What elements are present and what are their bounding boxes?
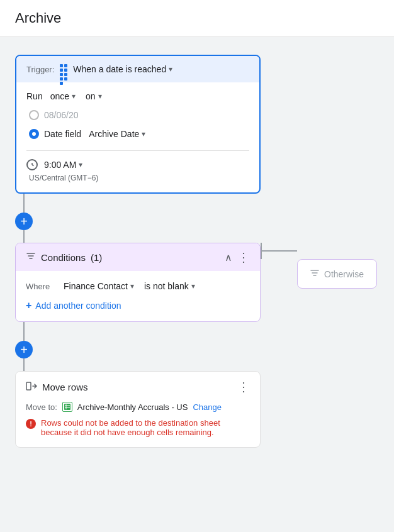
archive-date-arrow: ▾ — [142, 130, 145, 138]
otherwise-label: Otherwise — [324, 269, 364, 279]
otherwise-card: Otherwise — [297, 259, 377, 289]
sheet-icon — [62, 402, 72, 412]
move-to-label: Move to: — [26, 402, 57, 412]
error-row: ! Rows could not be added to the destina… — [26, 418, 250, 437]
sheet-name: Archive-Monthly Accruals - US — [77, 402, 188, 412]
trigger-card: Trigger: When a date is reached ▾ Run on… — [15, 55, 261, 194]
trigger-header: Trigger: When a date is reached ▾ — [16, 56, 259, 82]
move-rows-header: Move rows ⋮ — [16, 372, 260, 402]
branch-wrapper: Conditions (1) ∧ ⋮ Where Finance Conta — [15, 243, 377, 448]
add-step-button-1[interactable]: + — [15, 213, 33, 230]
operator-dropdown[interactable]: is not blank ▾ — [142, 280, 198, 292]
date-field-row: Date field Archive Date ▾ — [26, 128, 249, 140]
h-line — [262, 250, 297, 252]
field-dropdown[interactable]: Finance Contact ▾ — [61, 280, 137, 292]
connector-line-3 — [23, 322, 25, 341]
move-to-row: Move to: Archive-Monthly Accruals - US — [26, 402, 250, 412]
chevron-up-icon[interactable]: ∧ — [225, 252, 232, 263]
otherwise-branch: Otherwise — [261, 243, 377, 289]
on-arrow: ▾ — [98, 92, 102, 101]
svg-rect-2 — [26, 382, 31, 390]
error-text: Rows could not be added to the destinati… — [41, 418, 250, 437]
move-icon — [26, 382, 37, 392]
time-arrow: ▾ — [79, 160, 82, 169]
more-options-icon[interactable]: ⋮ — [237, 251, 250, 263]
error-icon: ! — [26, 419, 36, 429]
date-placeholder[interactable]: 08/06/20 — [44, 110, 79, 120]
svg-rect-3 — [64, 404, 70, 410]
filter-icon — [26, 251, 36, 263]
page-title: Archive — [15, 10, 379, 26]
connector-line-4 — [23, 358, 25, 371]
operator-dropdown-arrow: ▾ — [191, 282, 195, 291]
where-label: Where — [26, 282, 56, 291]
move-rows-label: Move rows — [42, 382, 88, 392]
connector-line-1 — [23, 194, 25, 213]
trigger-dropdown-arrow[interactable]: ▾ — [169, 65, 172, 74]
trigger-when-label: When a date is reached — [73, 64, 166, 74]
change-link[interactable]: Change — [193, 402, 222, 412]
move-rows-more-icon[interactable]: ⋮ — [237, 380, 250, 393]
timezone-text: US/Central (GMT−6) — [26, 174, 249, 182]
time-dropdown[interactable]: 9:00 AM ▾ — [42, 158, 85, 171]
add-condition-button[interactable]: + Add another condition — [26, 300, 121, 311]
conditions-count: (1) — [91, 252, 102, 263]
once-dropdown[interactable]: once ▾ — [48, 90, 78, 103]
conditions-header-actions: ∧ ⋮ — [225, 251, 250, 263]
move-rows-body: Move to: Archive-Monthly Accruals - US — [16, 402, 260, 447]
conditions-label: Conditions — [41, 252, 86, 263]
connector-line-2 — [23, 230, 25, 243]
trigger-label: Trigger: — [26, 65, 54, 74]
page-header: Archive — [0, 0, 394, 37]
trigger-body: Run once ▾ on ▾ 08/06/20 Dat — [16, 82, 259, 192]
trigger-value: When a date is reached ▾ — [59, 64, 172, 75]
conditions-card: Conditions (1) ∧ ⋮ Where Finance Conta — [15, 243, 261, 322]
h-connector — [261, 243, 297, 259]
field-dropdown-arrow: ▾ — [130, 282, 134, 291]
where-row: Where Finance Contact ▾ is not blank ▾ — [26, 280, 250, 292]
date-row: 08/06/20 — [26, 110, 249, 120]
conditions-title: Conditions (1) — [26, 251, 102, 263]
date-field-text: Date field — [44, 129, 81, 139]
archive-date-dropdown[interactable]: Archive Date ▾ — [86, 128, 148, 140]
conditions-header: Conditions (1) ∧ ⋮ — [16, 243, 260, 271]
divider — [26, 150, 249, 151]
move-rows-title: Move rows — [26, 382, 88, 392]
on-dropdown[interactable]: on ▾ — [83, 90, 104, 103]
conditions-body: Where Finance Contact ▾ is not blank ▾ — [16, 271, 260, 321]
plus-icon: + — [26, 300, 31, 311]
run-row: Run once ▾ on ▾ — [26, 90, 249, 103]
once-arrow: ▾ — [72, 92, 76, 101]
svg-line-1 — [32, 165, 34, 166]
run-label: Run — [26, 91, 43, 101]
otherwise-position: Otherwise — [297, 259, 377, 289]
branch-left: Conditions (1) ∧ ⋮ Where Finance Conta — [15, 243, 261, 448]
time-row: 9:00 AM ▾ — [26, 158, 249, 171]
date-field-radio-checked[interactable] — [29, 129, 39, 139]
date-radio-unchecked[interactable] — [29, 110, 39, 120]
clock-icon — [26, 159, 38, 170]
otherwise-filter-icon — [310, 269, 319, 279]
add-step-button-2[interactable]: + — [15, 341, 33, 358]
move-rows-card: Move rows ⋮ Move to: — [15, 371, 261, 448]
grid-icon — [59, 64, 70, 75]
